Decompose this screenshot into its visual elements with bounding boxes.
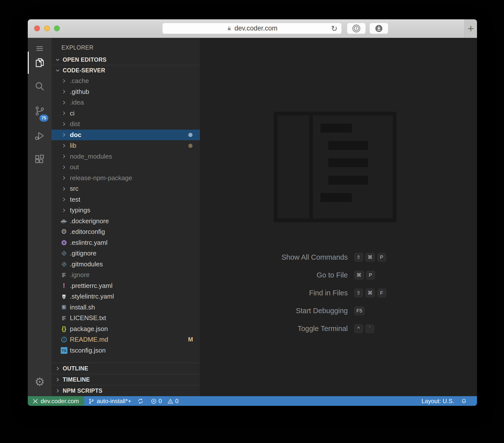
extensions-view-button[interactable] [28, 150, 52, 168]
debug-icon [34, 130, 46, 142]
shortcut-keys: ⇧⌘F [354, 289, 453, 297]
tree-item-label: src [70, 185, 79, 193]
chevron-right-icon [60, 154, 68, 159]
section-open-editors[interactable]: OPEN EDITORS [52, 55, 200, 65]
settings-button[interactable]: ⚙ [28, 373, 52, 391]
tree-folder-out[interactable]: out [52, 162, 200, 173]
git-branch-item[interactable]: auto-install*+ [88, 396, 131, 406]
shortcut-keys: F5 [354, 306, 453, 315]
close-window-button[interactable] [34, 26, 40, 31]
shortcut-label: Find in Files [224, 289, 348, 297]
keycap: ^ [354, 324, 363, 333]
tree-item-label: README.md [70, 336, 108, 343]
tree-item-label: out [70, 163, 79, 171]
keycap: P [366, 271, 375, 279]
tree-folder-ci[interactable]: ci [52, 108, 200, 119]
explorer-view-button[interactable] [28, 53, 52, 72]
address-bar[interactable]: dev.coder.com ↻ [162, 23, 342, 34]
downloads-button[interactable] [369, 23, 388, 34]
tree-folder-.github[interactable]: .github [52, 86, 200, 97]
shortcut-keys: ⇧⌘P [354, 253, 453, 262]
notifications-button[interactable] [461, 396, 467, 406]
keyboard-layout-item[interactable]: Layout: U.S. [421, 396, 454, 406]
tree-file-.eslintrc.yaml[interactable]: .eslintrc.yaml [52, 237, 200, 248]
tree-folder-test[interactable]: test [52, 194, 200, 205]
section-npm-scripts[interactable]: NPM SCRIPTS [52, 385, 200, 396]
chevron-right-icon [55, 377, 60, 382]
minimize-window-button[interactable] [44, 26, 50, 31]
tree-file-.gitignore[interactable]: .gitignore [52, 248, 200, 259]
chevron-right-icon [60, 100, 68, 105]
problems-item[interactable]: 0 0 [151, 396, 179, 406]
file-tree: .cache.github.ideacidistdoclibnode_modul… [52, 76, 200, 356]
tree-file-.stylelintrc.yaml[interactable]: .stylelintrc.yaml [52, 291, 200, 302]
tree-file-install.sh[interactable]: install.sh [52, 302, 200, 313]
tree-item-label: doc [70, 131, 81, 139]
tree-item-label: .dockerignore [70, 217, 109, 225]
sidebar-bottom-sections: OUTLINE TIMELINE NPM SCRIPTS [52, 363, 200, 396]
search-view-button[interactable] [28, 77, 52, 95]
tree-item-label: .idea [70, 99, 84, 106]
tree-folder-src[interactable]: src [52, 183, 200, 194]
chevron-down-icon [55, 57, 60, 62]
eslint-icon [60, 239, 68, 246]
tree-item-label: node_modules [70, 153, 112, 160]
tree-folder-.cache[interactable]: .cache [52, 76, 200, 86]
tree-file-package.json[interactable]: {}package.json [52, 324, 200, 334]
chevron-right-icon [55, 366, 60, 371]
tree-file-.editorconfig[interactable]: ⚙.editorconfig [52, 226, 200, 237]
keycap: ⇧ [354, 253, 363, 262]
tree-item-label: .github [70, 88, 89, 96]
tree-folder-node_modules[interactable]: node_modules [52, 151, 200, 162]
tree-folder-dist[interactable]: dist [52, 119, 200, 130]
chevron-right-icon [60, 143, 68, 148]
tree-file-.gitmodules[interactable]: .gitmodules [52, 259, 200, 270]
watermark-sidebar-panel [278, 115, 309, 219]
tree-folder-doc[interactable]: doc [52, 130, 200, 140]
onepassword-extension-button[interactable] [347, 23, 366, 34]
error-icon [151, 398, 157, 404]
run-debug-view-button[interactable] [28, 127, 52, 145]
files-icon [34, 56, 46, 68]
tree-file-tsconfig.json[interactable]: TStsconfig.json [52, 345, 200, 356]
welcome-watermark-graphic [274, 112, 396, 222]
git-icon [60, 250, 68, 257]
tree-folder-.idea[interactable]: .idea [52, 97, 200, 108]
search-icon [34, 80, 46, 92]
chevron-right-icon [60, 121, 68, 127]
source-control-view-button[interactable]: 75 [28, 102, 52, 120]
tree-file-LICENSE.txt[interactable]: LICENSE.txt [52, 313, 200, 324]
new-tab-button[interactable]: + [464, 19, 477, 38]
sync-button[interactable] [137, 396, 144, 406]
keycap: ⌘ [365, 289, 375, 297]
tree-file-.prettierrc.yaml[interactable]: !.prettierrc.yaml [52, 280, 200, 291]
chevron-right-icon [60, 197, 68, 202]
gear-small-icon: ⚙ [60, 228, 68, 235]
shortcut-row: Start DebuggingF5 [200, 302, 477, 320]
tree-file-README.md[interactable]: README.mdM [52, 334, 200, 345]
tree-folder-lib[interactable]: lib [52, 140, 200, 151]
list-icon [60, 315, 68, 321]
tree-folder-release-npm-package[interactable]: release-npm-package [52, 173, 200, 184]
reload-button[interactable]: ↻ [331, 24, 337, 33]
info-icon [60, 336, 68, 343]
tree-file-.dockerignore[interactable]: .dockerignore [52, 216, 200, 227]
download-icon [375, 24, 383, 33]
remote-indicator[interactable]: dev.coder.com [28, 396, 84, 406]
tree-item-label: test [70, 196, 80, 203]
braces-icon: {} [60, 325, 68, 332]
tree-folder-typings[interactable]: typings [52, 205, 200, 216]
chevron-right-icon [60, 208, 68, 213]
vscode-workbench: 75 ⚙ EXPLORER OPEN EDITO [28, 38, 477, 396]
section-root-folder[interactable]: CODE-SERVER [52, 65, 200, 76]
chevron-right-icon [60, 111, 68, 116]
url-text: dev.coder.com [234, 25, 278, 32]
shortcut-label: Show All Commands [224, 253, 348, 261]
stylelint-icon [60, 293, 68, 300]
shortcut-keys: ^` [354, 324, 453, 333]
section-outline[interactable]: OUTLINE [52, 363, 200, 374]
traffic-lights [34, 26, 60, 31]
zoom-window-button[interactable] [54, 26, 60, 31]
tree-file-.ignore[interactable]: .ignore [52, 270, 200, 280]
section-timeline[interactable]: TIMELINE [52, 374, 200, 385]
